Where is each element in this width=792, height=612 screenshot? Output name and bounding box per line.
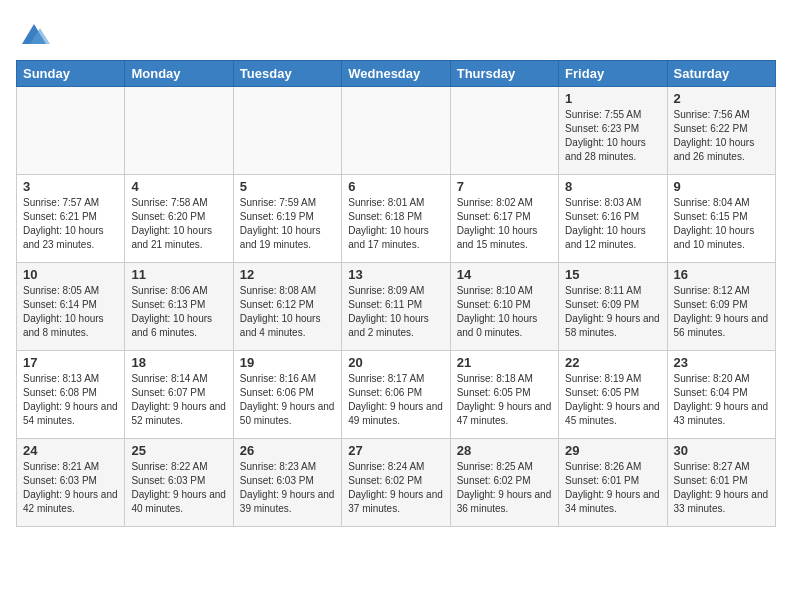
calendar-day-16: 16Sunrise: 8:12 AM Sunset: 6:09 PM Dayli…: [667, 263, 775, 351]
calendar-table: SundayMondayTuesdayWednesdayThursdayFrid…: [16, 60, 776, 527]
calendar-day-28: 28Sunrise: 8:25 AM Sunset: 6:02 PM Dayli…: [450, 439, 558, 527]
calendar-day-15: 15Sunrise: 8:11 AM Sunset: 6:09 PM Dayli…: [559, 263, 667, 351]
calendar-day-12: 12Sunrise: 8:08 AM Sunset: 6:12 PM Dayli…: [233, 263, 341, 351]
calendar-day-30: 30Sunrise: 8:27 AM Sunset: 6:01 PM Dayli…: [667, 439, 775, 527]
day-info: Sunrise: 8:25 AM Sunset: 6:02 PM Dayligh…: [457, 460, 552, 516]
calendar-week-row: 1Sunrise: 7:55 AM Sunset: 6:23 PM Daylig…: [17, 87, 776, 175]
day-number: 17: [23, 355, 118, 370]
day-number: 7: [457, 179, 552, 194]
day-number: 1: [565, 91, 660, 106]
day-info: Sunrise: 7:59 AM Sunset: 6:19 PM Dayligh…: [240, 196, 335, 252]
day-info: Sunrise: 8:18 AM Sunset: 6:05 PM Dayligh…: [457, 372, 552, 428]
logo: [16, 16, 56, 52]
day-info: Sunrise: 7:57 AM Sunset: 6:21 PM Dayligh…: [23, 196, 118, 252]
day-number: 3: [23, 179, 118, 194]
day-number: 13: [348, 267, 443, 282]
day-number: 28: [457, 443, 552, 458]
day-number: 26: [240, 443, 335, 458]
calendar-header-row: SundayMondayTuesdayWednesdayThursdayFrid…: [17, 61, 776, 87]
calendar-day-3: 3Sunrise: 7:57 AM Sunset: 6:21 PM Daylig…: [17, 175, 125, 263]
day-number: 30: [674, 443, 769, 458]
day-header-saturday: Saturday: [667, 61, 775, 87]
day-number: 25: [131, 443, 226, 458]
empty-day: [342, 87, 450, 175]
day-number: 27: [348, 443, 443, 458]
calendar-day-27: 27Sunrise: 8:24 AM Sunset: 6:02 PM Dayli…: [342, 439, 450, 527]
day-info: Sunrise: 8:20 AM Sunset: 6:04 PM Dayligh…: [674, 372, 769, 428]
empty-day: [125, 87, 233, 175]
calendar-day-9: 9Sunrise: 8:04 AM Sunset: 6:15 PM Daylig…: [667, 175, 775, 263]
calendar-week-row: 10Sunrise: 8:05 AM Sunset: 6:14 PM Dayli…: [17, 263, 776, 351]
empty-day: [17, 87, 125, 175]
logo-icon: [16, 16, 52, 52]
day-info: Sunrise: 8:16 AM Sunset: 6:06 PM Dayligh…: [240, 372, 335, 428]
calendar-week-row: 24Sunrise: 8:21 AM Sunset: 6:03 PM Dayli…: [17, 439, 776, 527]
day-info: Sunrise: 8:14 AM Sunset: 6:07 PM Dayligh…: [131, 372, 226, 428]
day-info: Sunrise: 8:05 AM Sunset: 6:14 PM Dayligh…: [23, 284, 118, 340]
day-number: 15: [565, 267, 660, 282]
calendar-day-22: 22Sunrise: 8:19 AM Sunset: 6:05 PM Dayli…: [559, 351, 667, 439]
day-number: 18: [131, 355, 226, 370]
calendar-day-25: 25Sunrise: 8:22 AM Sunset: 6:03 PM Dayli…: [125, 439, 233, 527]
calendar-day-20: 20Sunrise: 8:17 AM Sunset: 6:06 PM Dayli…: [342, 351, 450, 439]
calendar-day-13: 13Sunrise: 8:09 AM Sunset: 6:11 PM Dayli…: [342, 263, 450, 351]
calendar-day-5: 5Sunrise: 7:59 AM Sunset: 6:19 PM Daylig…: [233, 175, 341, 263]
day-info: Sunrise: 8:21 AM Sunset: 6:03 PM Dayligh…: [23, 460, 118, 516]
calendar-day-18: 18Sunrise: 8:14 AM Sunset: 6:07 PM Dayli…: [125, 351, 233, 439]
day-header-wednesday: Wednesday: [342, 61, 450, 87]
day-number: 21: [457, 355, 552, 370]
day-info: Sunrise: 8:26 AM Sunset: 6:01 PM Dayligh…: [565, 460, 660, 516]
calendar-day-17: 17Sunrise: 8:13 AM Sunset: 6:08 PM Dayli…: [17, 351, 125, 439]
day-number: 11: [131, 267, 226, 282]
day-number: 6: [348, 179, 443, 194]
day-info: Sunrise: 8:23 AM Sunset: 6:03 PM Dayligh…: [240, 460, 335, 516]
calendar-day-26: 26Sunrise: 8:23 AM Sunset: 6:03 PM Dayli…: [233, 439, 341, 527]
day-number: 12: [240, 267, 335, 282]
day-number: 5: [240, 179, 335, 194]
day-info: Sunrise: 8:24 AM Sunset: 6:02 PM Dayligh…: [348, 460, 443, 516]
day-info: Sunrise: 8:06 AM Sunset: 6:13 PM Dayligh…: [131, 284, 226, 340]
day-info: Sunrise: 8:27 AM Sunset: 6:01 PM Dayligh…: [674, 460, 769, 516]
day-info: Sunrise: 7:58 AM Sunset: 6:20 PM Dayligh…: [131, 196, 226, 252]
empty-day: [233, 87, 341, 175]
day-number: 16: [674, 267, 769, 282]
day-header-sunday: Sunday: [17, 61, 125, 87]
day-number: 19: [240, 355, 335, 370]
day-info: Sunrise: 8:10 AM Sunset: 6:10 PM Dayligh…: [457, 284, 552, 340]
day-info: Sunrise: 8:01 AM Sunset: 6:18 PM Dayligh…: [348, 196, 443, 252]
day-number: 29: [565, 443, 660, 458]
day-info: Sunrise: 8:22 AM Sunset: 6:03 PM Dayligh…: [131, 460, 226, 516]
calendar-day-14: 14Sunrise: 8:10 AM Sunset: 6:10 PM Dayli…: [450, 263, 558, 351]
day-info: Sunrise: 8:19 AM Sunset: 6:05 PM Dayligh…: [565, 372, 660, 428]
day-info: Sunrise: 8:12 AM Sunset: 6:09 PM Dayligh…: [674, 284, 769, 340]
calendar-day-29: 29Sunrise: 8:26 AM Sunset: 6:01 PM Dayli…: [559, 439, 667, 527]
day-info: Sunrise: 8:09 AM Sunset: 6:11 PM Dayligh…: [348, 284, 443, 340]
calendar-day-1: 1Sunrise: 7:55 AM Sunset: 6:23 PM Daylig…: [559, 87, 667, 175]
calendar-day-10: 10Sunrise: 8:05 AM Sunset: 6:14 PM Dayli…: [17, 263, 125, 351]
day-header-tuesday: Tuesday: [233, 61, 341, 87]
calendar-day-6: 6Sunrise: 8:01 AM Sunset: 6:18 PM Daylig…: [342, 175, 450, 263]
day-header-monday: Monday: [125, 61, 233, 87]
day-number: 10: [23, 267, 118, 282]
day-info: Sunrise: 8:03 AM Sunset: 6:16 PM Dayligh…: [565, 196, 660, 252]
calendar-day-4: 4Sunrise: 7:58 AM Sunset: 6:20 PM Daylig…: [125, 175, 233, 263]
calendar-day-19: 19Sunrise: 8:16 AM Sunset: 6:06 PM Dayli…: [233, 351, 341, 439]
day-number: 4: [131, 179, 226, 194]
day-number: 2: [674, 91, 769, 106]
day-number: 14: [457, 267, 552, 282]
empty-day: [450, 87, 558, 175]
day-header-thursday: Thursday: [450, 61, 558, 87]
calendar-week-row: 17Sunrise: 8:13 AM Sunset: 6:08 PM Dayli…: [17, 351, 776, 439]
calendar-day-2: 2Sunrise: 7:56 AM Sunset: 6:22 PM Daylig…: [667, 87, 775, 175]
calendar-day-11: 11Sunrise: 8:06 AM Sunset: 6:13 PM Dayli…: [125, 263, 233, 351]
day-number: 23: [674, 355, 769, 370]
day-number: 24: [23, 443, 118, 458]
day-number: 22: [565, 355, 660, 370]
day-info: Sunrise: 8:02 AM Sunset: 6:17 PM Dayligh…: [457, 196, 552, 252]
day-number: 9: [674, 179, 769, 194]
day-number: 8: [565, 179, 660, 194]
day-info: Sunrise: 8:13 AM Sunset: 6:08 PM Dayligh…: [23, 372, 118, 428]
calendar-day-23: 23Sunrise: 8:20 AM Sunset: 6:04 PM Dayli…: [667, 351, 775, 439]
calendar-day-8: 8Sunrise: 8:03 AM Sunset: 6:16 PM Daylig…: [559, 175, 667, 263]
day-info: Sunrise: 8:04 AM Sunset: 6:15 PM Dayligh…: [674, 196, 769, 252]
